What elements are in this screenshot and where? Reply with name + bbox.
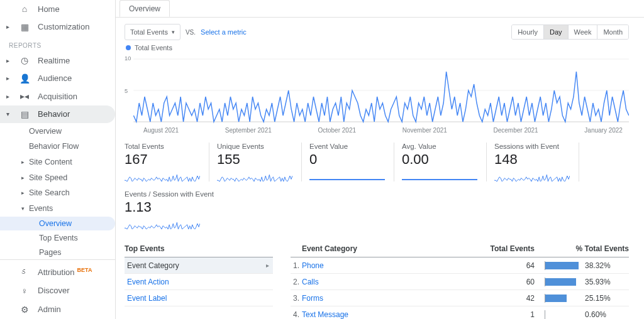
col-event-category: Event Category [302, 244, 478, 253]
sidebar-item-site-content[interactable]: ▸ Site Content [0, 154, 115, 170]
dimension-panel: Top Events Event Category▸Event ActionEv… [125, 244, 273, 319]
category-link[interactable]: Forms [302, 294, 323, 303]
sparkline [217, 169, 295, 181]
chart-legend: Total Events [126, 44, 629, 51]
sidebar-label: Discover [38, 286, 70, 295]
category-link[interactable]: Text Message [302, 310, 348, 319]
sparkline [494, 169, 572, 181]
metric-card[interactable]: Events / Session with Event1.13 [125, 190, 209, 229]
metric-value: 1.13 [125, 199, 203, 215]
dimension-label[interactable]: Event Action [125, 278, 169, 286]
select-metric-link[interactable]: Select a metric [201, 28, 247, 36]
beta-badge: BETA [77, 267, 92, 273]
metric-card[interactable]: Unique Events155 [217, 143, 302, 181]
metric-value: 155 [217, 151, 295, 168]
clock-icon: ◷ [19, 55, 30, 65]
chevron-right-icon: ▸ [266, 262, 273, 269]
vs-label: VS. [186, 29, 196, 36]
metric-value: 0 [309, 151, 387, 168]
sidebar-item-behavior-flow[interactable]: Behavior Flow [0, 139, 115, 154]
dimension-row[interactable]: Event Action [125, 274, 273, 290]
sidebar-label: Audience [38, 73, 72, 83]
chart-svg: 10 5 [125, 53, 629, 126]
category-link[interactable]: Calls [302, 278, 319, 286]
person-icon: 👤 [19, 73, 30, 84]
behavior-icon: ▤ [19, 109, 30, 119]
metric-card[interactable]: Sessions with Event148 [494, 143, 579, 181]
attribution-icon: ಽ [19, 267, 30, 277]
metric-card[interactable]: Event Value0 [309, 143, 394, 181]
category-link[interactable]: Phone [302, 261, 324, 270]
x-label: November 2021 [402, 127, 447, 134]
line-chart[interactable]: 10 5 [125, 53, 629, 126]
row-total: 64 [478, 261, 535, 270]
sidebar-label: Home [38, 4, 60, 14]
dimension-row[interactable]: Event Category▸ [125, 257, 273, 274]
home-icon: ⌂ [19, 4, 30, 14]
sidebar-item-audience[interactable]: ▸ 👤 Audience [0, 70, 115, 88]
row-index: 1. [291, 261, 302, 270]
sparkline-flat [402, 170, 477, 180]
metric-card[interactable]: Avg. Value0.00 [402, 143, 487, 181]
dimension-label[interactable]: Event Label [125, 294, 167, 303]
row-category: Forms [302, 294, 478, 303]
granularity-hourly[interactable]: Hourly [512, 25, 544, 39]
row-pct: 35.93% [535, 278, 629, 286]
sidebar-label: Acquisition [38, 92, 77, 101]
metric-card[interactable]: Total Events167 [125, 143, 209, 181]
row-index: 3. [291, 294, 302, 303]
event-category-table: Event Category Total Events % Total Even… [291, 244, 629, 319]
chevron-right-icon: ▸ [6, 57, 11, 64]
granularity-month[interactable]: Month [597, 25, 628, 39]
tab-overview[interactable]: Overview [119, 0, 170, 17]
chevron-down-icon: ▾ [172, 29, 175, 35]
table-row[interactable]: 3.Forms4225.15% [291, 290, 629, 306]
sidebar-item-attribution[interactable]: ಽ AttributionBETA [0, 262, 115, 281]
sidebar-item-site-speed[interactable]: ▸ Site Speed [0, 170, 115, 185]
sidebar-label: Behavior Flow [29, 142, 79, 151]
row-index: 4. [291, 310, 302, 319]
sidebar-item-events-overview[interactable]: Overview [0, 217, 115, 231]
legend-label: Total Events [135, 44, 172, 51]
sidebar-item-behavior-overview[interactable]: Overview [0, 123, 115, 139]
metric-cards: Total Events167Unique Events155Event Val… [125, 143, 629, 238]
sidebar-label: Site Speed [29, 173, 67, 182]
row-category: Calls [302, 278, 478, 286]
sidebar-item-acquisition[interactable]: ▸ ▸◂ Acquisition [0, 87, 115, 105]
x-label: January 2022 [584, 127, 623, 134]
col-total-events: Total Events [478, 244, 535, 253]
metric-label: Total Events [125, 143, 203, 150]
chevron-down-icon: ▾ [6, 111, 11, 117]
sidebar-item-discover[interactable]: ♀ Discover [0, 281, 115, 300]
table-header: Event Category Total Events % Total Even… [291, 244, 629, 257]
sidebar-item-events-top[interactable]: Top Events [0, 230, 115, 245]
dimension-row[interactable]: Event Label [125, 290, 273, 306]
sidebar-item-customization[interactable]: ▸ ▦ Customization [0, 18, 115, 36]
table-row[interactable]: 4.Text Message10.60% [291, 306, 629, 319]
metric-value: 0.00 [402, 151, 480, 168]
sidebar-item-site-search[interactable]: ▸ Site Search [0, 185, 115, 201]
gear-icon: ⚙ [19, 305, 30, 315]
granularity-day[interactable]: Day [544, 25, 569, 39]
chart-x-axis: August 2021 September 2021 October 2021 … [125, 126, 629, 134]
svg-text:5: 5 [125, 88, 128, 94]
row-category: Phone [302, 261, 478, 270]
table-row[interactable]: 2.Calls6035.93% [291, 274, 629, 290]
row-total: 60 [478, 278, 535, 286]
main-panel: Overview Total Events ▾ VS. Select a met… [116, 0, 644, 319]
sidebar-item-events[interactable]: ▾ Events [0, 201, 115, 217]
granularity-week[interactable]: Week [569, 25, 598, 39]
tab-bar: Overview [116, 0, 644, 18]
sidebar-item-behavior[interactable]: ▾ ▤ Behavior [0, 105, 115, 124]
table-row[interactable]: 1.Phone6438.32% [291, 257, 629, 274]
row-pct: 38.32% [535, 261, 629, 270]
sidebar-item-realtime[interactable]: ▸ ◷ Realtime [0, 51, 115, 70]
sidebar-item-events-pages[interactable]: Pages [0, 245, 115, 259]
dashboard-icon: ▦ [19, 22, 30, 32]
reports-heading: REPORTS [0, 36, 115, 51]
sidebar-label: Overview [29, 127, 62, 136]
sidebar-item-admin[interactable]: ⚙ Admin [0, 300, 115, 319]
sidebar-item-home[interactable]: ⌂ Home [0, 0, 115, 18]
dimension-section: Top Events Event Category▸Event ActionEv… [125, 244, 629, 319]
metric-dropdown[interactable]: Total Events ▾ [125, 24, 180, 40]
